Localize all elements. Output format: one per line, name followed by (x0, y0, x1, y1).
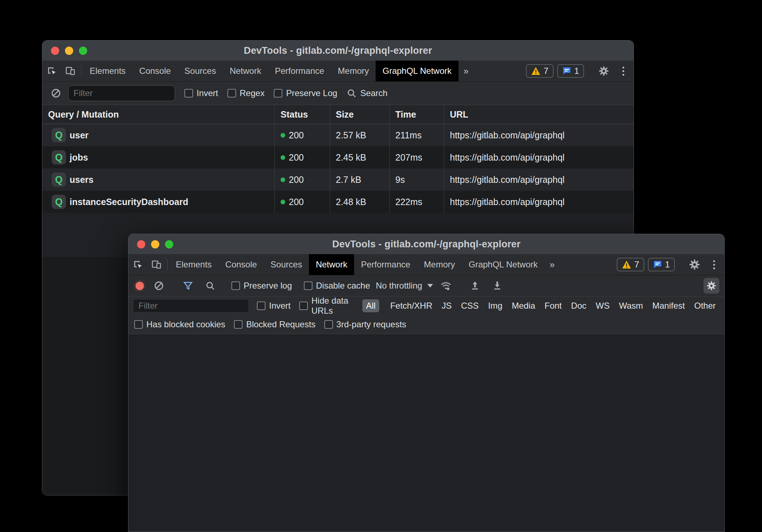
url-value: https://gitlab.com/api/graphql (444, 124, 634, 146)
more-tabs-icon[interactable]: » (458, 61, 474, 81)
has-blocked-cookies-checkbox[interactable]: Has blocked cookies (134, 319, 225, 329)
hide-data-urls-checkbox[interactable]: Hide data URLs (299, 296, 357, 316)
title-bar[interactable]: DevTools - gitlab.com/-/graphql-explorer (128, 234, 724, 254)
col-status[interactable]: Status (274, 105, 330, 124)
filter-funnel-icon[interactable] (179, 281, 197, 291)
checkbox[interactable] (231, 281, 240, 290)
invert-checkbox[interactable]: Invert (184, 88, 218, 98)
filter-chip-wasm[interactable]: Wasm (615, 299, 646, 312)
issues-count: 1 (665, 260, 670, 270)
issues-badge[interactable]: 1 (557, 64, 584, 78)
table-row[interactable]: Qusers 200 2.7 kB 9s https://gitlab.com/… (42, 168, 634, 191)
more-tabs-icon[interactable]: » (545, 254, 560, 275)
col-query-mutation[interactable]: Query / Mutation (42, 105, 274, 124)
tab-network[interactable]: Network (309, 254, 354, 275)
col-time[interactable]: Time (389, 105, 444, 124)
kebab-menu-icon[interactable] (707, 260, 721, 269)
status-code: 200 (289, 152, 304, 163)
window-title: DevTools - gitlab.com/-/graphql-explorer (128, 239, 724, 250)
time-value: 211ms (389, 124, 444, 146)
status-ok-dot (281, 133, 285, 138)
tab-console[interactable]: Console (218, 254, 264, 275)
export-har-icon[interactable] (488, 281, 507, 291)
title-bar[interactable]: DevTools - gitlab.com/-/graphql-explorer (42, 41, 634, 61)
invert-checkbox[interactable]: Invert (257, 301, 291, 311)
preserve-log-checkbox[interactable]: Preserve log (231, 281, 292, 291)
warnings-badge[interactable]: 7 (617, 258, 644, 271)
tab-elements[interactable]: Elements (83, 61, 132, 81)
checkbox[interactable] (234, 320, 243, 329)
filter-chip-media[interactable]: Media (508, 299, 538, 312)
checkbox[interactable] (257, 301, 265, 310)
status-ok-dot (281, 177, 285, 182)
checkbox[interactable] (227, 89, 236, 98)
tab-graphql-network[interactable]: GraphQL Network (462, 254, 545, 275)
blocked-requests-checkbox[interactable]: Blocked Requests (234, 319, 315, 329)
col-url[interactable]: URL (444, 105, 634, 124)
time-value: 9s (389, 168, 444, 191)
inspect-element-button[interactable] (128, 254, 147, 275)
col-size[interactable]: Size (330, 105, 389, 124)
table-row[interactable]: Qjobs 200 2.45 kB 207ms https://gitlab.c… (42, 146, 634, 168)
disable-cache-checkbox[interactable]: Disable cache (304, 281, 370, 291)
clear-icon[interactable] (150, 281, 168, 291)
tab-elements[interactable]: Elements (169, 254, 218, 275)
checkbox[interactable] (184, 89, 193, 98)
inspect-element-button[interactable] (42, 61, 61, 81)
regex-checkbox[interactable]: Regex (227, 88, 264, 98)
record-network-log-button[interactable] (136, 282, 144, 290)
checkbox[interactable] (324, 320, 333, 329)
import-har-icon[interactable] (466, 281, 484, 291)
preserve-log-checkbox[interactable]: Preserve Log (274, 88, 337, 98)
filter-input[interactable] (68, 85, 175, 101)
clear-icon[interactable] (47, 88, 65, 98)
filter-chip-all[interactable]: All (362, 299, 379, 312)
kebab-menu-icon[interactable] (617, 67, 630, 76)
device-toolbar-button[interactable] (61, 61, 80, 81)
search-icon[interactable] (201, 281, 220, 291)
filter-chip-js[interactable]: JS (438, 299, 455, 312)
tab-graphql-network[interactable]: GraphQL Network (376, 61, 458, 81)
table-row[interactable]: QinstanceSecurityDashboard 200 2.48 kB 2… (42, 191, 634, 213)
warnings-badge[interactable]: 7 (526, 64, 553, 78)
settings-gear-icon[interactable] (594, 65, 613, 77)
graphql-toolbar: Invert Regex Preserve Log Search (42, 82, 634, 105)
tab-console[interactable]: Console (132, 61, 178, 81)
time-value: 222ms (389, 191, 444, 213)
network-filter-input[interactable] (133, 300, 248, 312)
query-name: user (70, 130, 89, 141)
table-row[interactable]: Quser 200 2.57 kB 211ms https://gitlab.c… (42, 124, 634, 146)
search-button[interactable]: Search (347, 88, 387, 98)
filter-chip-img[interactable]: Img (484, 299, 506, 312)
filter-chip-manifest[interactable]: Manifest (649, 299, 688, 312)
filter-chip-fetch-xhr[interactable]: Fetch/XHR (387, 299, 436, 312)
throttling-select[interactable]: No throttling (376, 281, 433, 291)
tab-performance[interactable]: Performance (268, 61, 331, 81)
issues-count: 1 (574, 66, 579, 76)
issues-badge[interactable]: 1 (648, 258, 675, 271)
tab-sources[interactable]: Sources (178, 61, 223, 81)
checkbox[interactable] (134, 320, 143, 329)
tab-memory[interactable]: Memory (417, 254, 462, 275)
network-conditions-icon[interactable] (437, 280, 455, 291)
network-settings-gear-icon[interactable] (704, 278, 719, 294)
tab-memory[interactable]: Memory (331, 61, 376, 81)
tab-network[interactable]: Network (223, 61, 268, 81)
filter-chip-doc[interactable]: Doc (568, 299, 590, 312)
size-value: 2.45 kB (330, 146, 389, 168)
checkbox[interactable] (299, 301, 308, 310)
checkbox[interactable] (304, 281, 312, 290)
device-toolbar-button[interactable] (147, 254, 166, 275)
checkbox[interactable] (274, 89, 282, 98)
filter-chip-ws[interactable]: WS (592, 299, 613, 312)
third-party-requests-checkbox[interactable]: 3rd-party requests (324, 319, 406, 329)
devtools-tabstrip: Elements Console Sources Network Perform… (128, 254, 724, 275)
warning-count: 7 (634, 260, 639, 270)
tab-sources[interactable]: Sources (264, 254, 309, 275)
filter-chip-css[interactable]: CSS (457, 299, 482, 312)
filter-chip-other[interactable]: Other (691, 299, 719, 312)
settings-gear-icon[interactable] (685, 258, 704, 271)
status-ok-dot (281, 155, 285, 160)
tab-performance[interactable]: Performance (354, 254, 417, 275)
filter-chip-font[interactable]: Font (541, 299, 565, 312)
